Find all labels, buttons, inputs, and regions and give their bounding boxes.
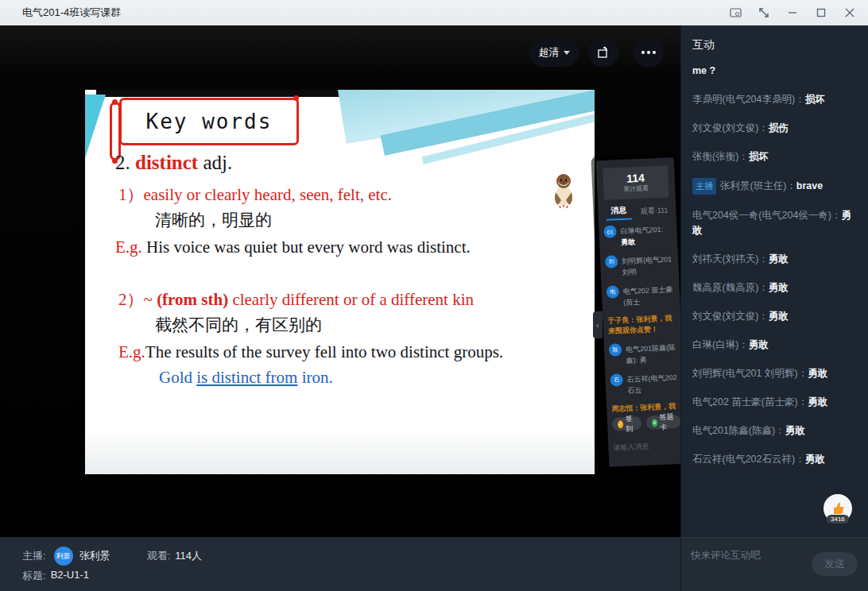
presentation-slide: Key words 2. distinct adj. 1）easily or c…	[85, 90, 595, 474]
mini-chat-list: 01 白琳电气201: 勇敢 刘 刘明辉(电气201 刘明 电 电气202 苗士…	[603, 222, 680, 415]
host-name: 张利景	[79, 549, 110, 563]
fullscreen-icon[interactable]	[752, 2, 776, 23]
stream-info-bar: 主播: 利景 张利景 观看: 114人 标题: B2-U1-1	[0, 537, 680, 591]
host-label: 主播:	[22, 549, 46, 563]
send-button[interactable]: 发送	[812, 552, 858, 576]
avatar: 陈	[609, 343, 622, 357]
slide-word-heading: 2. distinct adj.	[115, 152, 232, 174]
player-controls: 超清	[0, 38, 680, 67]
total-views-label: 累计观看	[623, 183, 649, 193]
mini-chat-row: 电 电气202 苗士豪(苗士	[606, 283, 676, 309]
collapse-arrow-icon: ‹	[596, 321, 599, 330]
chat-message: me ?	[692, 64, 857, 79]
mini-chat-row: 01 白琳电气201: 勇敢	[603, 222, 672, 249]
checkin-icon: ✓	[618, 420, 623, 428]
host-badge: 主播	[692, 178, 716, 195]
answer-card-button[interactable]: ≡ 答题卡	[645, 415, 680, 430]
slide-title-banner: Key words	[119, 98, 299, 145]
more-icon	[641, 51, 645, 54]
interaction-sidebar: 互动 me ? 李鼎明(电气204李鼎明)：损坏 刘文俊(刘文俊)：损伤 张衡(…	[680, 25, 868, 591]
chat-message: 魏高原(魏高原)：勇敢	[692, 280, 857, 296]
mini-chat-row: 石 石云祥(电气202石云	[610, 371, 679, 397]
chat-message: 白琳(白琳)：勇敢	[692, 338, 857, 353]
title-bar: 电气201-4班读写课群	[0, 0, 868, 25]
host-avatar[interactable]: 利景	[54, 547, 73, 566]
chat-message: 电气204侯一奇(电气204侯一奇)：勇敢	[692, 208, 857, 238]
slide-definition-2: 2）~ (from sth) clearly different or of a…	[118, 288, 474, 311]
minimize-icon[interactable]	[781, 2, 804, 23]
mini-panel-actions: ✓ 签到 ≡ 答题卡	[612, 415, 680, 431]
more-options-button[interactable]	[634, 38, 664, 67]
tab-watching[interactable]: 观看·111	[640, 205, 668, 217]
chat-message: 刘明辉(电气201 刘明辉)：勇敢	[692, 366, 857, 381]
mini-chat-notice: 于子良：张利景，我来围观你点赞！	[607, 313, 676, 337]
slide-example-2: E.g.The results of the survey fell into …	[118, 342, 503, 362]
like-count-badge: 3416	[827, 515, 849, 523]
chat-list: me ? 李鼎明(电气204李鼎明)：损坏 刘文俊(刘文俊)：损伤 张衡(张衡)…	[681, 60, 868, 467]
avatar: 刘	[605, 255, 618, 268]
comment-bar: 发送	[681, 537, 868, 591]
slide-title: Key words	[146, 110, 273, 133]
stream-title-value: B2-U1-1	[51, 569, 89, 583]
quality-dropdown[interactable]: 超清	[529, 38, 579, 67]
answer-card-icon: ≡	[652, 419, 658, 427]
mini-chat-row: 刘 刘明辉(电气201 刘明	[605, 253, 674, 279]
like-icon	[830, 500, 846, 516]
total-views-count: 114	[626, 172, 645, 185]
mini-panel-tabs: 消息 观看·111	[603, 202, 672, 221]
viewer-mini-panel: 114 累计观看 消息 观看·111 01 白琳电气201: 勇敢 刘 刘明辉(…	[596, 157, 680, 467]
total-views-box: 114 累计观看	[603, 165, 669, 200]
video-player: 超清 Key words 2. distinct adj.	[0, 25, 680, 537]
mini-chat-row: 陈 电气201陈鑫(陈鑫): 勇	[609, 341, 678, 367]
chat-message-host: 主播张利景(班主任)：brave	[692, 178, 857, 195]
slide-example-3: Gold is distinct from iron.	[159, 368, 333, 388]
chat-message: 电气201陈鑫(陈鑫)：勇敢	[692, 423, 857, 438]
panel-collapse-button[interactable]: ‹	[593, 311, 603, 338]
slide-definition-2-cn: 截然不同的，有区别的	[155, 314, 322, 336]
chat-message: 李鼎明(电气204李鼎明)：损坏	[692, 92, 857, 107]
slide-decoration	[85, 95, 106, 158]
chat-message: 石云祥(电气202石云祥)：勇敢	[692, 452, 857, 467]
comment-input[interactable]	[691, 550, 794, 561]
rotate-button[interactable]	[588, 38, 618, 67]
slide-definition-1-cn: 清晰的，明显的	[155, 209, 272, 231]
chat-message: 刘祎天(刘祎天)：勇敢	[692, 252, 857, 267]
tab-messages[interactable]: 消息	[606, 204, 632, 220]
rotate-icon	[596, 45, 610, 60]
chevron-down-icon	[564, 51, 570, 55]
chat-message: 电气202 苗士豪(苗士豪)：勇敢	[692, 395, 857, 410]
avatar: 石	[610, 373, 623, 387]
slide-example-1: E.g. His voice was quiet but every word …	[115, 238, 471, 257]
like-button[interactable]: 3416	[823, 494, 854, 529]
chat-message: 刘文俊(刘文俊)：勇敢	[692, 309, 857, 324]
checkin-button[interactable]: ✓ 签到	[612, 416, 641, 431]
window-title: 电气201-4班读写课群	[22, 6, 121, 20]
window-settings-icon[interactable]	[723, 2, 747, 23]
avatar: 电	[606, 285, 620, 299]
avatar: 01	[603, 225, 617, 238]
stream-title-label: 标题:	[22, 569, 46, 583]
app-window: 电气201-4班读写课群 超清	[0, 0, 868, 591]
views-label: 观看:	[147, 549, 171, 563]
slide-definition-1: 1）easily or clearly heard, seen, felt, e…	[118, 183, 392, 206]
maximize-icon[interactable]	[809, 2, 833, 23]
close-icon[interactable]	[838, 2, 862, 23]
quality-label: 超清	[539, 45, 560, 60]
chat-message: 刘文俊(刘文俊)：损伤	[692, 121, 857, 136]
mini-chat-input[interactable]	[613, 441, 680, 452]
bird-image	[550, 172, 577, 208]
window-controls	[723, 0, 862, 25]
views-value: 114人	[175, 549, 202, 563]
sidebar-title: 互动	[681, 25, 868, 60]
chat-message: 张衡(张衡)：损坏	[692, 149, 857, 164]
